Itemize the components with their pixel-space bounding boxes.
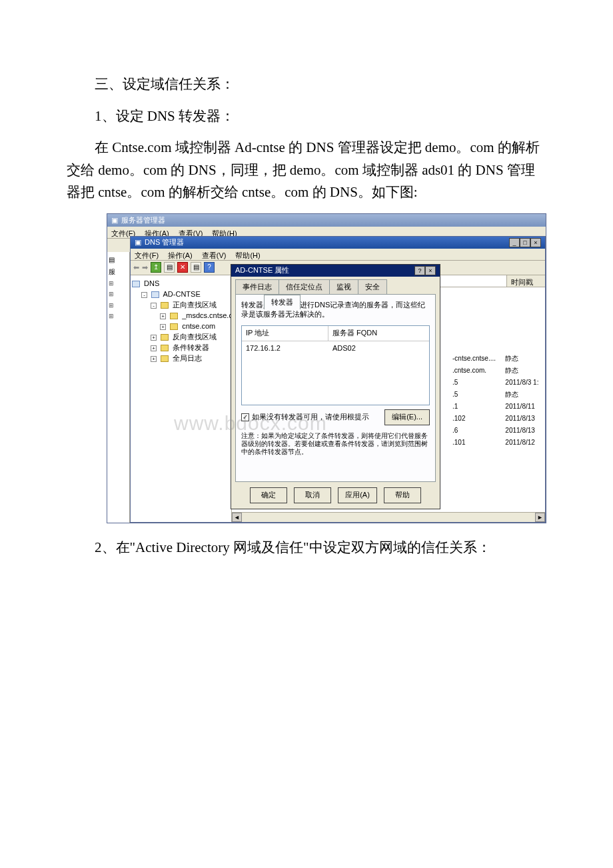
forwarder-row[interactable]: 172.16.1.2 ADS02 bbox=[242, 341, 429, 356]
tab-trust-anchor[interactable]: 信任定位点 bbox=[279, 279, 330, 295]
record-cell-timestamp: 2011/8/13 bbox=[503, 413, 545, 425]
record-cell-name: .5 bbox=[450, 377, 503, 389]
server-icon bbox=[151, 291, 159, 298]
toolbar-help-button[interactable]: ? bbox=[204, 262, 215, 273]
nav-back-icon[interactable]: ⬅ bbox=[133, 262, 139, 274]
forwarders-note: 注意：如果为给定域定义了条件转发器，则将使用它们代替服务器级别的转发器。若要创建… bbox=[241, 432, 430, 456]
dns-menu-action[interactable]: 操作(A) bbox=[168, 250, 193, 259]
dns-menu-help[interactable]: 帮助(H) bbox=[235, 250, 260, 259]
toolbar-refresh-button[interactable]: ▤ bbox=[191, 262, 201, 273]
apply-button[interactable]: 应用(A) bbox=[338, 487, 377, 503]
properties-close-button[interactable]: × bbox=[425, 266, 436, 275]
record-cell-timestamp: 2011/8/3 1: bbox=[503, 377, 545, 389]
folder-icon bbox=[170, 313, 178, 319]
step-2-heading: 2、在"Active Directory 网域及信任"中设定双方网域的信任关系： bbox=[67, 537, 546, 559]
tree-global-log-label: 全局日志 bbox=[173, 354, 202, 362]
tree-zone-msdcs[interactable]: + _msdcs.cntse.com bbox=[132, 310, 230, 321]
tree-zone-cntse-label: cntse.com bbox=[182, 322, 215, 330]
use-root-hints-checkbox[interactable]: ✓ 如果没有转发器可用，请使用根提示 bbox=[241, 411, 369, 423]
column-fqdn[interactable]: 服务器 FQDN bbox=[328, 326, 429, 341]
column-timestamp[interactable]: 时间戳 bbox=[506, 275, 545, 287]
record-cell-name: .101 bbox=[450, 437, 503, 449]
record-row[interactable]: .52011/8/3 1: bbox=[450, 377, 545, 389]
scroll-left-button[interactable]: ◄ bbox=[232, 513, 242, 522]
tree-reverse-zone-label: 反向查找区域 bbox=[173, 333, 217, 341]
tree-zone-cntse[interactable]: + cntse.com bbox=[132, 321, 230, 331]
expander-icon[interactable]: + bbox=[160, 324, 166, 330]
forwarders-list[interactable]: IP 地址 服务器 FQDN 172.16.1.2 ADS02 bbox=[241, 325, 430, 405]
folder-icon bbox=[161, 345, 169, 351]
dns-maximize-button[interactable]: □ bbox=[520, 238, 530, 247]
tab-event-log[interactable]: 事件日志 bbox=[235, 279, 279, 295]
folder-icon bbox=[161, 302, 169, 309]
checkbox-icon[interactable]: ✓ bbox=[241, 413, 249, 421]
cancel-button[interactable]: 取消 bbox=[294, 487, 331, 503]
step-1-paragraph: 在 Cntse.com 域控制器 Ad-cntse 的 DNS 管理器设定把 d… bbox=[67, 137, 546, 204]
tree-server-label: AD-CNTSE bbox=[163, 290, 201, 298]
toolbar-props-button[interactable]: ▤ bbox=[164, 262, 175, 273]
horizontal-scrollbar[interactable]: ◄ ► bbox=[232, 512, 545, 522]
record-cell-name: .1 bbox=[450, 401, 503, 413]
record-row[interactable]: .1012011/8/12 bbox=[450, 437, 545, 449]
tree-forward-zone[interactable]: - 正向查找区域 bbox=[132, 299, 230, 310]
expander-icon[interactable]: + bbox=[151, 345, 157, 351]
server-manager-icon: ▣ bbox=[111, 215, 118, 227]
column-ip[interactable]: IP 地址 bbox=[242, 326, 328, 341]
tree-conditional-label: 条件转发器 bbox=[173, 343, 209, 351]
record-row[interactable]: .cntse.com.静态 bbox=[450, 365, 545, 377]
record-row[interactable]: .1022011/8/13 bbox=[450, 413, 545, 425]
record-cell-timestamp: 静态 bbox=[503, 389, 545, 401]
record-cell-name: -cntse.cntse.... bbox=[450, 353, 503, 365]
record-cell-timestamp: 2011/8/12 bbox=[503, 437, 545, 449]
tree-conditional-forwarders[interactable]: + 条件转发器 bbox=[132, 342, 230, 353]
properties-titlebar: AD-CNTSE 属性 ? × bbox=[231, 265, 440, 277]
tab-security[interactable]: 安全 bbox=[358, 279, 387, 295]
record-cell-name: .cntse.com. bbox=[450, 365, 503, 377]
folder-icon bbox=[161, 334, 169, 341]
record-cell-timestamp: 2011/8/13 bbox=[503, 425, 545, 437]
folder-icon bbox=[170, 323, 178, 330]
toolbar-up-button[interactable]: ↥ bbox=[151, 262, 161, 273]
tab-forwarders[interactable]: 转发器 bbox=[264, 295, 301, 310]
tree-forward-zone-label: 正向查找区域 bbox=[173, 301, 217, 309]
record-row[interactable]: -cntse.cntse....静态 bbox=[450, 353, 545, 365]
scroll-right-button[interactable]: ► bbox=[535, 513, 545, 522]
record-cell-name: .6 bbox=[450, 425, 503, 437]
dns-minimize-button[interactable]: _ bbox=[509, 238, 520, 247]
record-cell-name: .102 bbox=[450, 413, 503, 425]
expander-icon[interactable]: - bbox=[151, 303, 157, 309]
dns-menu-view[interactable]: 查看(V) bbox=[202, 250, 227, 259]
checkbox-label: 如果没有转发器可用，请使用根提示 bbox=[252, 411, 369, 423]
ok-button[interactable]: 确定 bbox=[250, 487, 287, 503]
step-1-heading: 1、设定 DNS 转发器： bbox=[67, 105, 546, 128]
toolbar-delete-button[interactable]: ✕ bbox=[177, 262, 188, 273]
record-row[interactable]: .62011/8/13 bbox=[450, 425, 545, 437]
tree-zone-msdcs-label: _msdcs.cntse.com bbox=[182, 311, 232, 319]
expander-icon[interactable]: + bbox=[160, 313, 166, 319]
record-row[interactable]: .5静态 bbox=[450, 389, 545, 401]
properties-help-button[interactable]: ? bbox=[414, 266, 425, 275]
tree-server[interactable]: - AD-CNTSE bbox=[132, 289, 230, 299]
help-button[interactable]: 帮助 bbox=[384, 487, 421, 503]
tree-global-log[interactable]: + 全局日志 bbox=[132, 353, 230, 363]
dns-titlebar: ▣ DNS 管理器 _ □ × bbox=[131, 237, 545, 249]
dns-close-button[interactable]: × bbox=[530, 238, 541, 247]
nav-forward-icon[interactable]: ➡ bbox=[142, 262, 148, 274]
edit-button[interactable]: 编辑(E)... bbox=[384, 409, 430, 425]
properties-title-text: AD-CNTSE 属性 bbox=[235, 265, 289, 277]
dns-tree[interactable]: DNS - AD-CNTSE - 正向查找区域 + bbox=[131, 275, 232, 522]
dns-menubar[interactable]: 文件(F) 操作(A) 查看(V) 帮助(H) bbox=[131, 249, 545, 261]
server-manager-titlebar: ▣ 服务器管理器 bbox=[107, 214, 546, 227]
expander-icon[interactable]: + bbox=[151, 335, 157, 341]
dns-title-text: DNS 管理器 bbox=[145, 237, 184, 249]
record-row[interactable]: .12011/8/11 bbox=[450, 401, 545, 413]
expander-icon[interactable]: - bbox=[141, 292, 147, 298]
dns-menu-file[interactable]: 文件(F) bbox=[135, 250, 159, 259]
expander-icon[interactable]: + bbox=[151, 356, 157, 362]
tree-reverse-zone[interactable]: + 反向查找区域 bbox=[132, 331, 230, 342]
tree-dns-root[interactable]: DNS bbox=[132, 278, 230, 289]
tab-monitor[interactable]: 监视 bbox=[329, 279, 358, 295]
tree-dns-root-label: DNS bbox=[144, 279, 159, 287]
record-cell-timestamp: 静态 bbox=[503, 365, 545, 377]
record-cell-timestamp: 静态 bbox=[503, 353, 545, 365]
